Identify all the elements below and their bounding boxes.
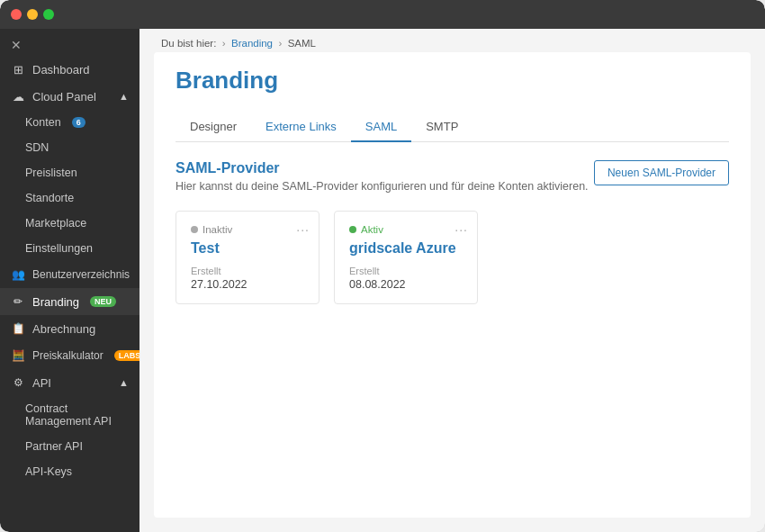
branding-badge: NEU — [90, 296, 116, 307]
sidebar-einstellungen-label: Einstellungen — [25, 242, 93, 255]
card-gridscale-azure: Aktiv ··· gridscale Azure Erstellt 08.08… — [334, 211, 478, 304]
chevron-up-icon: ▲ — [119, 91, 129, 102]
card-title-test: Test — [191, 240, 304, 257]
section-title: SAML-Provider — [176, 160, 589, 176]
breadcrumb: Du bist hier: › Branding › SAML — [140, 29, 765, 52]
tab-smtp[interactable]: SMTP — [411, 113, 472, 142]
sidebar-contract-api-label: Contract Management API — [25, 402, 129, 428]
sidebar-preislisten-label: Preislisten — [25, 167, 77, 179]
api-chevron-icon: ▲ — [119, 377, 129, 388]
content-area: Branding Designer Externe Links SAML SMT… — [154, 52, 751, 518]
cards-container: Inaktiv ··· Test Erstellt 27.10.2022 Akt… — [176, 211, 729, 304]
section-description: Hier kannst du deine SAML-Provider konfi… — [176, 180, 589, 193]
abrechnung-icon: 📋 — [11, 321, 25, 336]
card-date-azure: 08.08.2022 — [349, 278, 463, 291]
dashboard-icon: ⊞ — [11, 62, 25, 77]
sidebar-item-abrechnung[interactable]: 📋 Abrechnung — [0, 315, 140, 342]
card-status-test: Inaktiv — [191, 224, 304, 235]
section-info: SAML-Provider Hier kannst du deine SAML-… — [176, 160, 589, 193]
main-content: Du bist hier: › Branding › SAML Branding… — [140, 29, 765, 532]
breadcrumb-prefix: Du bist hier: — [161, 38, 216, 49]
konten-badge: 6 — [72, 117, 86, 128]
sidebar-item-label: API — [32, 376, 51, 390]
sidebar-item-partner-api[interactable]: Partner API — [0, 434, 140, 459]
card-menu-azure[interactable]: ··· — [454, 222, 468, 237]
card-date-label-azure: Erstellt — [349, 266, 463, 276]
sidebar-item-api[interactable]: ⚙ API ▲ — [0, 369, 140, 396]
sidebar-item-label: Abrechnung — [32, 322, 95, 336]
card-date-test: 27.10.2022 — [191, 278, 304, 291]
section-header: SAML-Provider Hier kannst du deine SAML-… — [176, 160, 729, 193]
tabs-container: Designer Externe Links SAML SMTP — [176, 113, 729, 142]
sidebar-item-label: Cloud Panel — [32, 90, 96, 104]
maximize-button[interactable] — [43, 9, 54, 20]
users-icon: 👥 — [11, 267, 25, 282]
sidebar-item-preiskalkulator[interactable]: 🧮 Preiskalkulator LABS — [0, 342, 140, 369]
preiskalkulator-icon: 🧮 — [11, 348, 25, 363]
sidebar-item-konten[interactable]: Konten 6 — [0, 110, 140, 135]
card-menu-test[interactable]: ··· — [296, 222, 310, 237]
titlebar — [0, 0, 765, 29]
card-status-azure: Aktiv — [349, 224, 463, 235]
page-title: Branding — [176, 67, 729, 95]
labs-badge: LABS — [114, 350, 140, 361]
minimize-button[interactable] — [27, 9, 38, 20]
status-label: Inaktiv — [202, 224, 232, 235]
branding-icon: ✏ — [11, 294, 25, 309]
breadcrumb-item-2: SAML — [288, 38, 316, 49]
status-label: Aktiv — [361, 224, 383, 235]
sidebar-close-button[interactable]: ✕ — [0, 29, 140, 56]
sidebar-item-benutzerverzeichnis[interactable]: 👥 Benutzerverzeichnis — [0, 261, 140, 288]
sidebar-item-marketplace[interactable]: Marketplace — [0, 211, 140, 236]
sidebar-item-standorte[interactable]: Standorte — [0, 185, 140, 211]
sidebar-item-dashboard[interactable]: ⊞ Dashboard — [0, 56, 140, 83]
sidebar-item-label: Preiskalkulator — [32, 349, 104, 362]
card-title-azure: gridscale Azure — [349, 240, 463, 257]
status-dot-inactive — [191, 226, 198, 233]
sidebar-item-branding[interactable]: ✏ Branding NEU — [0, 288, 140, 315]
card-date-label-test: Erstellt — [191, 266, 304, 276]
breadcrumb-item-1[interactable]: Branding — [231, 38, 273, 49]
status-dot-active — [349, 226, 356, 233]
traffic-lights — [11, 9, 54, 20]
api-icon: ⚙ — [11, 375, 25, 390]
sidebar-marketplace-label: Marketplace — [25, 217, 86, 230]
sidebar-item-cloud-panel[interactable]: ☁ Cloud Panel ▲ — [0, 83, 140, 110]
sidebar-partner-api-label: Partner API — [25, 440, 83, 453]
sidebar-item-einstellungen[interactable]: Einstellungen — [0, 236, 140, 261]
sidebar-standorte-label: Standorte — [25, 192, 74, 204]
app-body: ✕ ⊞ Dashboard ☁ Cloud Panel ▲ Konten 6 S… — [0, 29, 765, 532]
sidebar-item-sdn[interactable]: SDN — [0, 135, 140, 160]
sidebar-item-preislisten[interactable]: Preislisten — [0, 160, 140, 185]
tab-saml[interactable]: SAML — [351, 113, 411, 142]
sidebar-sdn-label: SDN — [25, 141, 49, 154]
sidebar-konten-label: Konten — [25, 116, 61, 129]
sidebar-item-label: Dashboard — [32, 63, 90, 77]
sidebar: ✕ ⊞ Dashboard ☁ Cloud Panel ▲ Konten 6 S… — [0, 29, 140, 532]
sidebar-api-keys-label: API-Keys — [25, 465, 72, 478]
sidebar-item-api-keys[interactable]: API-Keys — [0, 459, 140, 484]
new-saml-provider-button[interactable]: Neuen SAML-Provider — [594, 160, 729, 185]
tab-designer[interactable]: Designer — [176, 113, 251, 142]
sidebar-item-label: Branding — [32, 295, 79, 309]
cloud-panel-icon: ☁ — [11, 89, 25, 104]
sidebar-item-label: Benutzerverzeichnis — [32, 268, 130, 281]
app-window: ✕ ⊞ Dashboard ☁ Cloud Panel ▲ Konten 6 S… — [0, 0, 765, 532]
sidebar-item-contract-api[interactable]: Contract Management API — [0, 396, 140, 434]
card-test: Inaktiv ··· Test Erstellt 27.10.2022 — [176, 211, 320, 304]
tab-externe-links[interactable]: Externe Links — [251, 113, 351, 142]
close-button[interactable] — [11, 9, 22, 20]
